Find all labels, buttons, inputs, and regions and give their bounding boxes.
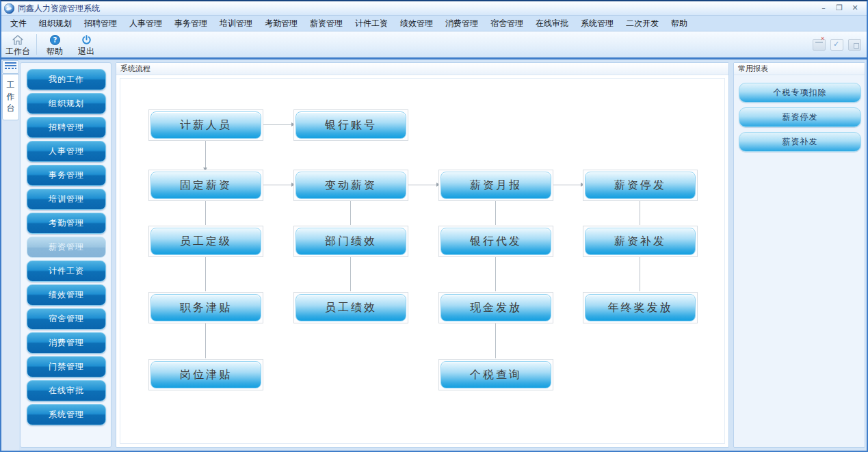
- system-flow-panel: 系统流程 计薪人员银行账号固定薪资变动薪资薪资月报薪资停发员工定级部门绩效银行代…: [116, 62, 729, 448]
- tab-workbench[interactable]: 工作台: [2, 74, 19, 120]
- flow-node-计薪人员[interactable]: 计薪人员: [150, 111, 261, 139]
- flow-node-年终奖发放[interactable]: 年终奖发放: [585, 294, 696, 321]
- sidebar-item-考勤管理[interactable]: 考勤管理: [27, 213, 106, 234]
- flow-node-frame: 薪资停发: [583, 170, 698, 201]
- menu-item-人事管理[interactable]: 人事管理: [123, 16, 168, 31]
- flow-node-岗位津贴[interactable]: 岗位津贴: [150, 361, 261, 388]
- menu-item-培训管理[interactable]: 培训管理: [213, 16, 259, 31]
- flow-node-frame: 银行账号: [293, 109, 408, 141]
- menu-item-消费管理[interactable]: 消费管理: [439, 16, 484, 31]
- flow-node-label: 薪资停发: [614, 178, 666, 193]
- flow-node-职务津贴[interactable]: 职务津贴: [150, 294, 261, 321]
- flow-node-frame: 部门绩效: [293, 226, 408, 257]
- flow-node-薪资停发[interactable]: 薪资停发: [585, 172, 696, 199]
- flow-node-label: 现金发放: [470, 301, 522, 315]
- menu-item-二次开发[interactable]: 二次开发: [620, 16, 665, 31]
- window-title: 同鑫人力资源管理系统: [18, 3, 100, 14]
- flow-node-label: 部门绩效: [325, 235, 377, 249]
- report-button-label: 薪资补发: [782, 136, 818, 148]
- report-button-个税专项扣除[interactable]: 个税专项扣除: [739, 83, 861, 103]
- flow-node-员工绩效[interactable]: 员工绩效: [295, 294, 406, 321]
- sidebar-item-在线审批[interactable]: 在线审批: [27, 380, 106, 401]
- sidebar-item-组织规划[interactable]: 组织规划: [27, 93, 106, 114]
- sidebar-item-消费管理[interactable]: 消费管理: [27, 332, 106, 354]
- menu-item-宿舍管理[interactable]: 宿舍管理: [484, 16, 529, 31]
- power-icon: [81, 34, 92, 46]
- sidebar-item-门禁管理[interactable]: 门禁管理: [27, 356, 106, 377]
- toolbar-button-退出[interactable]: 退出: [70, 31, 102, 57]
- toolbar-separator: [36, 34, 37, 55]
- menu-item-在线审批[interactable]: 在线审批: [529, 16, 575, 31]
- sidebar-item-label: 组织规划: [49, 98, 84, 109]
- flow-node-银行代发[interactable]: 银行代发: [440, 228, 551, 255]
- menu-toggle-icon[interactable]: [2, 60, 19, 74]
- flow-node-部门绩效[interactable]: 部门绩效: [295, 228, 406, 255]
- toolbar-buttons: 工作台?帮助退出: [1, 31, 102, 57]
- flow-connector: [495, 256, 496, 291]
- menu-item-组织规划[interactable]: 组织规划: [33, 16, 78, 31]
- menu-item-文件[interactable]: 文件: [4, 16, 33, 31]
- sidebar-item-绩效管理[interactable]: 绩效管理: [27, 284, 106, 306]
- menu-item-事务管理[interactable]: 事务管理: [168, 16, 213, 31]
- flow-connector: [263, 124, 291, 125]
- sidebar-item-label: 人事管理: [49, 146, 84, 157]
- flow-node-frame: 员工定级: [148, 226, 263, 257]
- menu-item-系统管理[interactable]: 系统管理: [575, 16, 620, 31]
- common-reports-panel: 常用报表 个税专项扣除薪资停发薪资补发: [733, 62, 865, 448]
- flow-node-薪资补发[interactable]: 薪资补发: [585, 228, 696, 255]
- sidebar-item-label: 招聘管理: [49, 122, 84, 133]
- toolbar-right-icons: [813, 31, 867, 57]
- sidebar-item-系统管理[interactable]: 系统管理: [27, 404, 106, 425]
- left-strip: 工作台: [1, 59, 19, 451]
- flow-node-银行账号[interactable]: 银行账号: [295, 111, 406, 139]
- flow-node-固定薪资[interactable]: 固定薪资: [150, 172, 261, 199]
- menu-item-薪资管理[interactable]: 薪资管理: [304, 16, 349, 31]
- tab-label-char: 台: [7, 103, 15, 113]
- flow-node-label: 员工定级: [180, 235, 232, 249]
- flow-node-现金发放[interactable]: 现金发放: [440, 294, 551, 321]
- menu-item-绩效管理[interactable]: 绩效管理: [394, 16, 439, 31]
- flow-connector: [263, 185, 291, 185]
- sidebar-item-label: 我的工作: [49, 74, 84, 85]
- flow-canvas: 计薪人员银行账号固定薪资变动薪资薪资月报薪资停发员工定级部门绩效银行代发薪资补发…: [120, 78, 725, 444]
- flow-connector: [205, 323, 206, 358]
- flow-node-label: 薪资补发: [614, 235, 666, 249]
- sidebar-item-我的工作[interactable]: 我的工作: [27, 69, 106, 90]
- reports-panel-title: 常用报表: [734, 63, 865, 75]
- menu-item-帮助[interactable]: 帮助: [665, 16, 694, 31]
- flow-node-label: 计薪人员: [180, 118, 232, 133]
- sidebar-item-宿舍管理[interactable]: 宿舍管理: [27, 308, 106, 330]
- sidebar-item-招聘管理[interactable]: 招聘管理: [27, 117, 106, 138]
- toolbar-button-label: 工作台: [5, 46, 30, 56]
- toolbar-button-工作台[interactable]: 工作台: [1, 31, 34, 57]
- sidebar-item-薪资管理[interactable]: 薪资管理: [27, 237, 106, 258]
- toolbar-divider: [1, 57, 867, 59]
- flow-node-变动薪资[interactable]: 变动薪资: [295, 172, 406, 199]
- flow-node-frame: 变动薪资: [293, 170, 408, 201]
- sidebar-item-事务管理[interactable]: 事务管理: [27, 165, 106, 186]
- flow-node-frame: 固定薪资: [148, 170, 263, 201]
- menu-bar: 文件组织规划招聘管理人事管理事务管理培训管理考勤管理薪资管理计件工资绩效管理消费…: [1, 16, 867, 31]
- panel-tool-icon[interactable]: [848, 39, 861, 51]
- flow-node-个税查询[interactable]: 个税查询: [440, 361, 551, 388]
- print-cancel-icon[interactable]: [813, 39, 826, 51]
- close-icon[interactable]: ✕: [850, 3, 860, 13]
- sidebar-item-计件工资[interactable]: 计件工资: [27, 261, 106, 282]
- menu-item-招聘管理[interactable]: 招聘管理: [78, 16, 123, 31]
- minimize-icon[interactable]: –: [819, 3, 828, 13]
- flow-node-员工定级[interactable]: 员工定级: [150, 228, 261, 255]
- report-button-薪资停发[interactable]: 薪资停发: [739, 107, 861, 127]
- restore-icon[interactable]: ❐: [834, 3, 844, 13]
- flow-node-frame: 计薪人员: [148, 109, 263, 141]
- sidebar-item-人事管理[interactable]: 人事管理: [27, 141, 106, 162]
- check-icon[interactable]: [830, 39, 843, 51]
- flow-node-frame: 个税查询: [438, 359, 553, 390]
- toolbar-button-帮助[interactable]: ?帮助: [39, 31, 70, 57]
- toolbar-button-label: 帮助: [47, 46, 63, 56]
- sidebar-item-培训管理[interactable]: 培训管理: [27, 189, 106, 210]
- flow-node-label: 岗位津贴: [180, 368, 232, 382]
- menu-item-计件工资[interactable]: 计件工资: [349, 16, 394, 31]
- report-button-薪资补发[interactable]: 薪资补发: [739, 132, 861, 152]
- menu-item-考勤管理[interactable]: 考勤管理: [259, 16, 304, 31]
- flow-node-薪资月报[interactable]: 薪资月报: [440, 172, 551, 199]
